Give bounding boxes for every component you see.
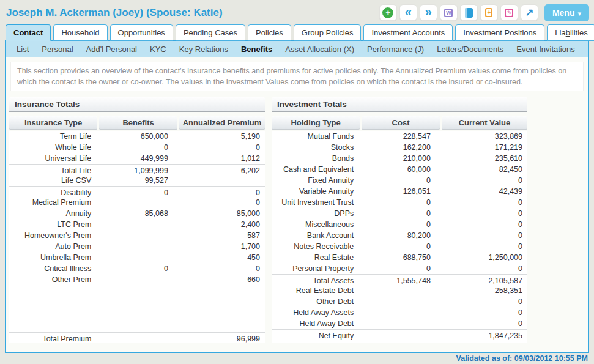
row-value: 0	[178, 263, 265, 274]
row-value: 449,999	[98, 153, 178, 164]
row-value	[361, 296, 440, 307]
investment-column-headers: Holding Type Cost Current Value	[272, 116, 527, 130]
row-label: Cash and Equivalent	[272, 164, 361, 175]
subnav-benefits[interactable]: Benefits	[241, 45, 272, 54]
label-text: Pending Cases	[184, 28, 237, 37]
row-label: Fixed Annuity	[272, 175, 361, 186]
accesskey-text: b	[566, 28, 570, 37]
toolbar-icons: +«»W+✎↗	[379, 4, 538, 21]
row-label: Net Equity	[272, 330, 361, 340]
row-value: 1,700	[178, 241, 265, 252]
subnav-kyc[interactable]: KYC	[150, 45, 166, 54]
doc-add-button[interactable]: +	[480, 4, 498, 21]
tab-liabilities[interactable]: Liabilities	[547, 24, 594, 41]
row-value: 0	[361, 219, 440, 230]
menu-button[interactable]: Menu▾	[544, 4, 589, 21]
label-text: Policies	[256, 28, 283, 37]
label-text: ey Relations	[184, 45, 228, 54]
row-value: 6,202	[178, 165, 265, 175]
row-value: 1,250,000	[440, 252, 527, 263]
insurance-rows: Term Life650,0005,190Whole Life00Univers…	[9, 131, 265, 343]
column-header-annualized-premium: Annualized Premium	[179, 116, 265, 130]
row-value: 0	[440, 197, 527, 208]
subnav-asset-allocation-x[interactable]: Asset Allocation (X)	[285, 45, 354, 54]
row-label: Universal Life	[9, 153, 98, 164]
page-title: Joseph M. Ackerman (Joey) (Spouse: Katie…	[6, 7, 223, 19]
double-chevron-left-button[interactable]: «	[399, 4, 417, 21]
label-text: Asset Allocation (	[285, 45, 346, 54]
row-label: Umbrella Prem	[9, 252, 98, 263]
subnav-add-l-personal[interactable]: Add'l Personal	[86, 45, 137, 54]
label-text: Investment Positions	[463, 28, 536, 37]
notebook-icon	[465, 8, 473, 18]
label-text: al	[131, 45, 137, 54]
row-value: 0	[440, 175, 527, 186]
row-value: 85,068	[98, 208, 178, 219]
table-spacer	[9, 285, 265, 332]
tab-household[interactable]: Household	[53, 24, 107, 41]
word-doc-button[interactable]: W	[440, 4, 458, 21]
column-header-benefits: Benefits	[99, 116, 177, 130]
subnav-personal[interactable]: Personal	[42, 45, 73, 54]
table-row: Real Estate Debt258,351	[272, 285, 527, 296]
edit-pencil-button[interactable]: ✎	[500, 4, 518, 21]
table-row: Cash and Equivalent60,00082,450	[272, 164, 527, 175]
subnav-list[interactable]: List	[17, 45, 29, 54]
insurance-column-headers: Insurance Type Benefits Annualized Premi…	[9, 116, 265, 130]
table-row: Annuity85,06885,000	[9, 208, 265, 219]
subnav-performance-j[interactable]: Performance (J)	[367, 45, 424, 54]
row-label: Variable Annuity	[272, 186, 361, 197]
row-label: Annuity	[9, 208, 98, 219]
table-row: Total Assets1,555,7482,105,587	[272, 274, 527, 285]
trend-chart-button[interactable]: ↗	[521, 4, 538, 21]
row-value: 587	[178, 230, 265, 241]
row-label: Bank Account	[272, 230, 361, 241]
row-label: DPPs	[272, 208, 361, 219]
insurance-section-title: Insurance Totals	[9, 97, 265, 112]
table-row: Critical Illness00	[9, 263, 265, 274]
label-text: Benefits	[241, 45, 272, 54]
row-value: 0	[440, 241, 527, 252]
notebook-button[interactable]	[460, 4, 478, 21]
double-chevron-right-button[interactable]: »	[420, 4, 437, 21]
tab-policies[interactable]: Policies	[248, 24, 291, 41]
subnav-letters-documents[interactable]: Letters/Documents	[437, 45, 503, 54]
subnav-event-invitations[interactable]: Event Invitations	[516, 45, 574, 54]
table-row: Bank Account80,2000	[272, 230, 527, 241]
content-panel: ListPersonalAdd'l PersonalKYCKey Relatio…	[5, 40, 589, 353]
insurance-totals-section: Insurance Totals Insurance Type Benefits…	[9, 97, 265, 343]
table-row: LTC Prem2,400	[9, 219, 265, 230]
row-value: 1,555,748	[361, 275, 440, 285]
totals-sections: Insurance Totals Insurance Type Benefits…	[6, 96, 588, 343]
tab-pending-cases[interactable]: Pending Cases	[176, 24, 245, 41]
row-value	[98, 230, 178, 241]
tab-opportunities[interactable]: Opportunities	[110, 24, 173, 41]
row-label: Real Estate	[272, 252, 361, 263]
subnav-expenses[interactable]: Expenses	[588, 45, 588, 54]
tab-investment-accounts[interactable]: Investment Accounts	[363, 24, 453, 41]
subnav-key-relations[interactable]: Key Relations	[179, 45, 228, 54]
row-label: Medical Premium	[9, 197, 98, 208]
row-value: 2,105,587	[440, 275, 527, 285]
table-row: Personal Property00	[272, 263, 527, 274]
row-value: 171,219	[440, 142, 527, 153]
label-text: Performance (	[367, 45, 417, 54]
table-row: Stocks162,200171,219	[272, 142, 527, 153]
table-row: Other Prem660	[9, 274, 265, 285]
tab-investment-positions[interactable]: Investment Positions	[455, 24, 544, 41]
table-row: Total Premium96,999	[9, 332, 265, 343]
tab-group-policies[interactable]: Group Policies	[294, 24, 362, 41]
row-label: Total Life	[9, 165, 98, 175]
row-value	[361, 330, 440, 340]
row-label: Bonds	[272, 153, 361, 164]
row-value: 450	[178, 252, 265, 263]
row-value: 0	[440, 263, 527, 274]
add-button[interactable]: +	[379, 4, 397, 21]
row-value: 1,099,999	[98, 165, 178, 175]
table-row: DPPs00	[272, 208, 527, 219]
row-value	[98, 219, 178, 230]
tab-contact[interactable]: Contact	[6, 24, 51, 41]
table-row: Fixed Annuity00	[272, 175, 527, 186]
row-label: Held Away Debt	[272, 318, 361, 329]
investment-totals-section: Investment Totals Holding Type Cost Curr…	[272, 97, 527, 343]
